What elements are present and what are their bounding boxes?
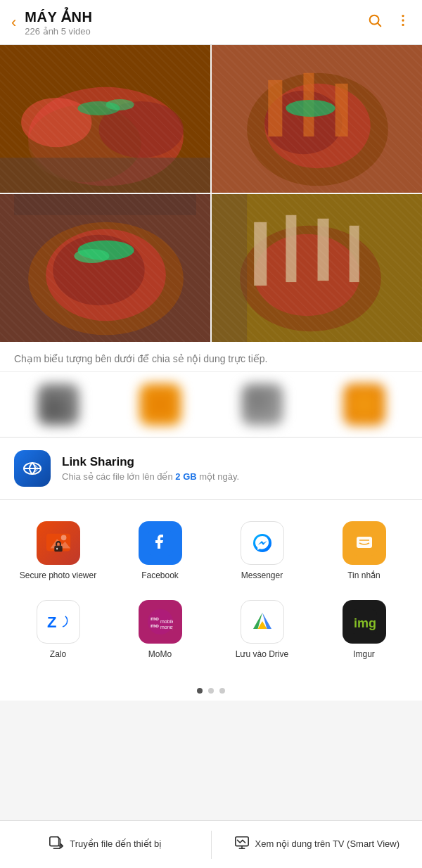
share-instruction: Chạm biểu tượng bên dưới để chia sẻ nội …: [0, 342, 422, 372]
app-label-messenger: Messenger: [241, 570, 283, 582]
photo-4[interactable]: [212, 194, 422, 342]
app-label-secure-photo-viewer: Secure photo viewer: [20, 570, 96, 582]
svg-text:mo: mo: [151, 615, 159, 622]
svg-rect-33: [318, 219, 329, 281]
app-label-momo: MoMo: [148, 649, 172, 660]
svg-rect-17: [268, 80, 282, 136]
link-sharing-section[interactable]: Link Sharing Chia sẻ các file lớn lên đế…: [0, 438, 422, 500]
svg-point-40: [60, 535, 66, 541]
svg-text:mo: mo: [151, 623, 159, 629]
more-icon[interactable]: [395, 13, 411, 32]
search-icon[interactable]: [367, 13, 383, 32]
svg-rect-19: [335, 84, 348, 136]
app-facebook[interactable]: Facebook: [109, 514, 211, 593]
svg-point-6: [28, 87, 184, 186]
app-label-zalo: Zalo: [50, 649, 66, 660]
app-label-drive: Lưu vào Drive: [236, 649, 288, 660]
svg-rect-42: [56, 548, 58, 550]
svg-text:money: money: [160, 625, 173, 630]
blurred-apps-row: [0, 372, 422, 438]
svg-point-3: [402, 19, 404, 21]
dot-2[interactable]: [208, 688, 214, 694]
blurred-app-3[interactable]: [241, 383, 283, 426]
svg-rect-5: [0, 45, 210, 193]
svg-rect-31: [254, 222, 267, 286]
svg-point-23: [46, 229, 166, 321]
svg-rect-41: [54, 546, 62, 552]
back-button[interactable]: ‹: [11, 13, 16, 32]
svg-rect-35: [212, 194, 247, 342]
page-subtitle: 226 ảnh 5 video: [25, 26, 367, 37]
svg-point-10: [98, 101, 183, 158]
svg-point-30: [254, 234, 360, 316]
app-messenger[interactable]: Messenger: [211, 514, 313, 593]
facebook-icon: [139, 521, 182, 565]
smart-view-icon: [234, 835, 250, 854]
dot-1[interactable]: [197, 688, 203, 694]
app-label-facebook: Facebook: [141, 570, 179, 582]
link-sharing-icon: [14, 450, 51, 487]
svg-point-25: [77, 241, 134, 260]
app-tin-nhan[interactable]: Tin nhắn: [313, 514, 415, 593]
tin-nhan-icon: [343, 521, 386, 565]
app-label-tin-nhan: Tin nhắn: [347, 570, 381, 582]
svg-point-24: [53, 235, 144, 305]
blurred-app-2[interactable]: [139, 383, 181, 426]
drive-icon: [241, 600, 284, 644]
svg-point-29: [240, 226, 381, 332]
svg-rect-28: [212, 194, 422, 342]
dot-3[interactable]: [219, 688, 225, 694]
page-title: MÁY ẢNH: [25, 8, 367, 25]
header-title-block: MÁY ẢNH 226 ảnh 5 video: [25, 8, 367, 37]
svg-rect-18: [303, 73, 314, 136]
svg-point-4: [402, 23, 404, 25]
svg-rect-13: [212, 45, 422, 193]
svg-point-16: [264, 91, 342, 154]
link-sharing-title: Link Sharing: [62, 455, 408, 469]
svg-point-26: [74, 249, 109, 263]
momo-icon: mo mo mobile money: [139, 600, 182, 644]
blurred-app-4[interactable]: [343, 383, 385, 426]
svg-text:mobile: mobile: [160, 619, 173, 624]
app-drive[interactable]: Lưu vào Drive: [211, 593, 313, 672]
header-icons: [367, 13, 411, 32]
svg-rect-8: [0, 158, 210, 193]
svg-rect-47: [357, 537, 372, 548]
app-imgur[interactable]: imgur Imgur: [313, 593, 415, 672]
transfer-file-icon: [49, 835, 64, 854]
svg-rect-21: [0, 194, 210, 342]
svg-rect-34: [350, 226, 359, 282]
transfer-file-button[interactable]: Truyền file đến thiết bị: [0, 821, 211, 868]
transfer-file-label: Truyền file đến thiết bị: [70, 838, 162, 850]
svg-rect-27: [14, 194, 196, 215]
photo-grid: [0, 45, 422, 342]
app-zalo[interactable]: Z Zalo: [7, 593, 109, 672]
app-grid: Secure photo viewer Facebook: [0, 500, 422, 678]
bottom-bar: Truyền file đến thiết bị Xem nội dung tr…: [0, 820, 422, 868]
smart-view-button[interactable]: Xem nội dung trên TV (Smart View): [212, 821, 423, 868]
svg-point-12: [106, 99, 134, 110]
smart-view-label: Xem nội dung trên TV (Smart View): [255, 838, 400, 850]
svg-rect-32: [286, 215, 296, 282]
app-secure-photo-viewer[interactable]: Secure photo viewer: [7, 514, 109, 593]
svg-line-1: [378, 23, 381, 26]
svg-text:imgur: imgur: [354, 616, 377, 630]
photo-2[interactable]: [212, 45, 422, 193]
svg-point-11: [77, 101, 120, 115]
photo-3[interactable]: [0, 194, 210, 342]
svg-point-15: [264, 84, 371, 168]
zalo-icon: Z: [37, 600, 80, 644]
link-sharing-desc: Chia sẻ các file lớn lên đến 2 GB một ng…: [62, 471, 408, 482]
messenger-icon: [241, 521, 284, 565]
svg-rect-63: [50, 837, 59, 846]
app-label-imgur: Imgur: [353, 649, 375, 660]
photo-1[interactable]: [0, 45, 210, 193]
svg-point-22: [28, 222, 184, 336]
page-dots: [0, 678, 422, 701]
blurred-app-1[interactable]: [37, 383, 79, 426]
secure-photo-viewer-icon: [37, 521, 80, 565]
svg-point-2: [402, 14, 404, 16]
app-momo[interactable]: mo mo mobile money MoMo: [109, 593, 211, 672]
svg-text:Z: Z: [47, 613, 56, 631]
imgur-icon: imgur: [343, 600, 386, 644]
